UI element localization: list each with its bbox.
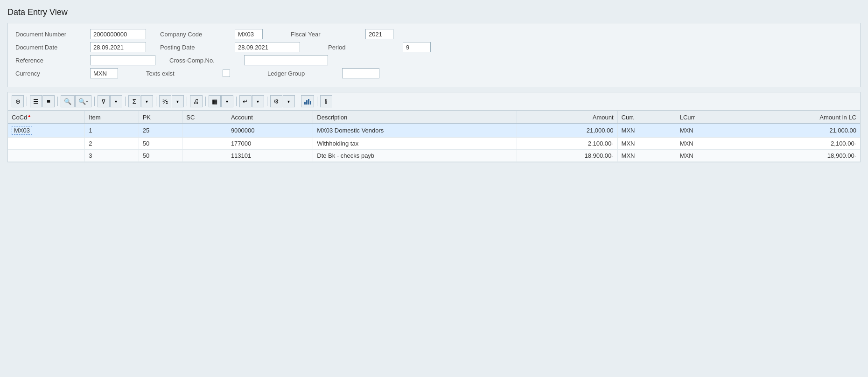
- search-button[interactable]: 🔍: [61, 95, 75, 107]
- doc-date-value[interactable]: 28.09.2021: [90, 42, 146, 52]
- cross-comp-group: Cross-Comp.No.: [169, 55, 328, 65]
- chart-button[interactable]: [301, 95, 314, 107]
- fiscal-year-group: Fiscal Year 2021: [291, 29, 393, 39]
- table-row[interactable]: 250177000Withholding tax2,100.00-MXNMXN2…: [8, 138, 860, 150]
- svg-rect-1: [306, 100, 308, 105]
- doc-number-value[interactable]: 2000000000: [90, 29, 146, 39]
- cell-lcurr: MXN: [676, 124, 739, 138]
- period-value[interactable]: 9: [403, 42, 431, 52]
- posting-date-label: Posting Date: [160, 44, 235, 51]
- doc-date-group: Document Date 28.09.2021: [15, 42, 146, 52]
- cross-comp-value[interactable]: [244, 55, 328, 65]
- form-row-3: Reference Cross-Comp.No.: [15, 55, 853, 65]
- cocd-indicator: ▲: [27, 113, 31, 118]
- table-row[interactable]: 350113101Dte Bk - checks payb18,900.00-M…: [8, 150, 860, 162]
- table-section: CoCd▲ Item PK SC Account Description Amo…: [7, 111, 861, 162]
- col-amount-lc: Amount in LC: [739, 111, 860, 124]
- sum-dropdown-button[interactable]: ▾: [141, 95, 153, 107]
- settings-dropdown-button[interactable]: ▾: [283, 95, 295, 107]
- toolbar-group-info: ℹ: [320, 95, 332, 107]
- col-sc: SC: [182, 111, 227, 124]
- toolbar-group-export: ↵ ▾: [239, 95, 264, 107]
- filter-dropdown-button[interactable]: ▾: [110, 95, 122, 107]
- sum-button[interactable]: Σ: [128, 95, 140, 107]
- layout-button[interactable]: ▦: [209, 95, 221, 107]
- zoom-check-button[interactable]: ⊕: [12, 95, 24, 107]
- cell-pk: 50: [139, 150, 182, 162]
- align-center-button[interactable]: ≡: [42, 95, 55, 107]
- ledger-group-value[interactable]: [342, 68, 379, 78]
- settings-button[interactable]: ⚙: [270, 95, 282, 107]
- toolbar-sep-11: [317, 97, 317, 106]
- company-code-value[interactable]: MX03: [235, 29, 263, 39]
- export-button[interactable]: ↵: [239, 95, 252, 107]
- reference-value[interactable]: [90, 55, 155, 65]
- toolbar-sep-2: [57, 97, 58, 106]
- data-table: CoCd▲ Item PK SC Account Description Amo…: [8, 111, 860, 162]
- toolbar: ⊕ ☰ ≡ 🔍 🔍+ ⊽ ▾ Σ ▾ ⁵⁄₂ ▾ 🖨 ▦ ▾ ↵ ▾: [7, 92, 861, 111]
- filter-button[interactable]: ⊽: [98, 95, 110, 107]
- cell-sc: [182, 138, 227, 150]
- fiscal-year-label: Fiscal Year: [291, 31, 365, 38]
- texts-exist-group: Texts exist: [146, 70, 230, 77]
- col-lcurr: LCurr: [676, 111, 739, 124]
- form-row-4: Currency MXN Texts exist Ledger Group: [15, 68, 853, 78]
- cell-description: Withholding tax: [313, 138, 517, 150]
- cell-sc: [182, 150, 227, 162]
- toolbar-group-chart: [301, 95, 314, 107]
- sort-button[interactable]: ⁵⁄₂: [159, 95, 171, 107]
- cell-account: 9000000: [227, 124, 313, 138]
- cell-amount: 2,100.00-: [517, 138, 617, 150]
- toolbar-sep-6: [187, 97, 187, 106]
- currency-value[interactable]: MXN: [90, 68, 118, 78]
- svg-rect-3: [310, 101, 311, 105]
- toolbar-group-align: ☰ ≡: [30, 95, 55, 107]
- texts-exist-checkbox[interactable]: [223, 70, 230, 77]
- period-label: Period: [328, 44, 403, 51]
- ledger-group-label: Ledger Group: [267, 70, 342, 77]
- posting-date-group: Posting Date 28.09.2021: [160, 42, 300, 52]
- sort-dropdown-button[interactable]: ▾: [172, 95, 184, 107]
- search-plus-button[interactable]: 🔍+: [75, 95, 91, 107]
- posting-date-value[interactable]: 28.09.2021: [235, 42, 300, 52]
- col-item: Item: [85, 111, 139, 124]
- info-button[interactable]: ℹ: [320, 95, 332, 107]
- cell-item: 3: [85, 150, 139, 162]
- fiscal-year-value[interactable]: 2021: [365, 29, 393, 39]
- form-row-1: Document Number 2000000000 Company Code …: [15, 29, 853, 39]
- col-account: Account: [227, 111, 313, 124]
- svg-rect-0: [304, 102, 306, 105]
- cell-cocd: [8, 150, 85, 162]
- cell-sc: [182, 124, 227, 138]
- align-left-button[interactable]: ☰: [30, 95, 42, 107]
- toolbar-group-filter: ⊽ ▾: [98, 95, 122, 107]
- toolbar-group-sum: Σ ▾: [128, 95, 153, 107]
- toolbar-group-print: 🖨: [190, 95, 203, 107]
- cell-description: MX03 Domestic Vendors: [313, 124, 517, 138]
- export-dropdown-button[interactable]: ▾: [252, 95, 264, 107]
- table-row[interactable]: MX031259000000MX03 Domestic Vendors21,00…: [8, 124, 860, 138]
- ledger-group-group: Ledger Group: [267, 68, 379, 78]
- company-code-group: Company Code MX03: [160, 29, 263, 39]
- cell-curr: MXN: [617, 124, 676, 138]
- toolbar-sep-1: [27, 97, 27, 106]
- print-button[interactable]: 🖨: [190, 95, 203, 107]
- layout-dropdown-button[interactable]: ▾: [221, 95, 233, 107]
- cell-amount: 21,000.00: [517, 124, 617, 138]
- doc-number-group: Document Number 2000000000: [15, 29, 146, 39]
- table-header-row: CoCd▲ Item PK SC Account Description Amo…: [8, 111, 860, 124]
- cell-amount-lc: 2,100.00-: [739, 138, 860, 150]
- cell-description: Dte Bk - checks payb: [313, 150, 517, 162]
- cell-cocd: MX03: [8, 124, 85, 138]
- page-title: Data Entry View: [7, 7, 861, 17]
- col-pk: PK: [139, 111, 182, 124]
- cell-account: 177000: [227, 138, 313, 150]
- cell-account: 113101: [227, 150, 313, 162]
- col-amount: Amount: [517, 111, 617, 124]
- period-group: Period 9: [328, 42, 431, 52]
- col-cocd: CoCd▲: [8, 111, 85, 124]
- form-section: Document Number 2000000000 Company Code …: [7, 23, 861, 87]
- doc-number-label: Document Number: [15, 31, 90, 38]
- cell-curr: MXN: [617, 138, 676, 150]
- cocd-dashed-box: MX03: [12, 126, 32, 135]
